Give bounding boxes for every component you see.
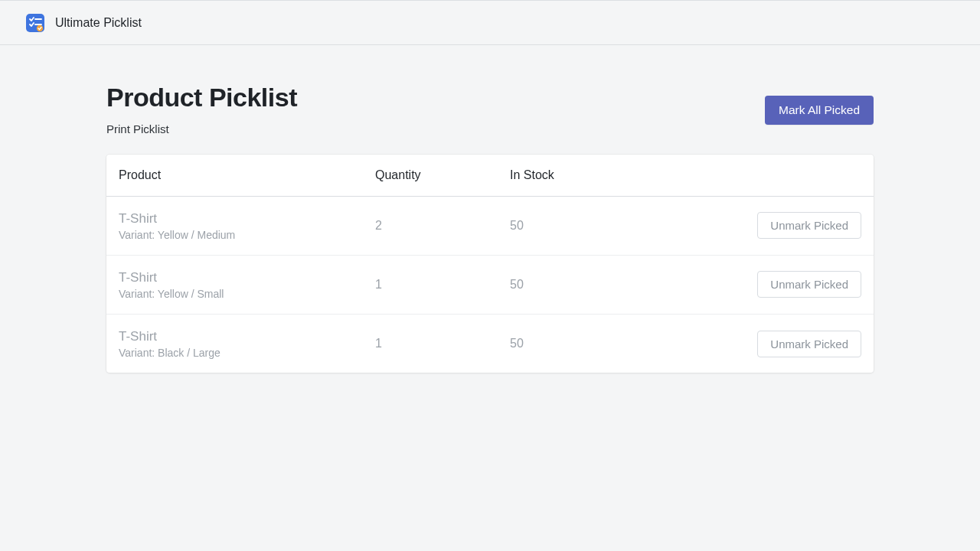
unmark-picked-button[interactable]: Unmark Picked (757, 212, 861, 239)
table-header-row: Product Quantity In Stock (106, 155, 874, 197)
column-header-in-stock: In Stock (510, 168, 663, 182)
picklist-table: Product Quantity In Stock T-ShirtVariant… (106, 155, 874, 373)
product-variant: Variant: Yellow / Medium (119, 229, 375, 241)
unmark-picked-button[interactable]: Unmark Picked (757, 271, 861, 298)
mark-all-picked-button[interactable]: Mark All Picked (765, 96, 874, 125)
product-variant: Variant: Black / Large (119, 347, 375, 359)
table-row: T-ShirtVariant: Yellow / Medium250Unmark… (106, 197, 874, 256)
in-stock-cell: 50 (510, 219, 663, 233)
unmark-picked-button[interactable]: Unmark Picked (757, 331, 861, 357)
app-title: Ultimate Picklist (55, 16, 142, 30)
product-name: T-Shirt (119, 269, 375, 286)
app-header: Ultimate Picklist (0, 1, 980, 45)
page-head: Product Picklist Print Picklist Mark All… (106, 82, 874, 136)
table-row: T-ShirtVariant: Yellow / Small150Unmark … (106, 256, 874, 315)
product-name: T-Shirt (119, 328, 375, 345)
picklist-app-icon (26, 14, 44, 32)
quantity-cell: 2 (375, 219, 510, 233)
product-name: T-Shirt (119, 210, 375, 227)
in-stock-cell: 50 (510, 278, 663, 292)
page-title: Product Picklist (106, 82, 297, 113)
quantity-cell: 1 (375, 278, 510, 292)
product-variant: Variant: Yellow / Small (119, 288, 375, 300)
column-header-quantity: Quantity (375, 168, 510, 182)
print-picklist-link[interactable]: Print Picklist (106, 122, 169, 135)
in-stock-cell: 50 (510, 337, 663, 350)
column-header-product: Product (119, 168, 375, 182)
table-row: T-ShirtVariant: Black / Large150Unmark P… (106, 315, 874, 373)
quantity-cell: 1 (375, 337, 510, 350)
